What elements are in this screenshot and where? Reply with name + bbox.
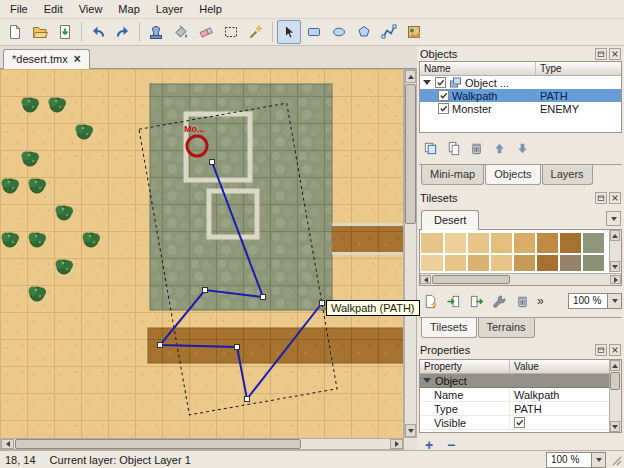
scroll-right-arrow[interactable] <box>610 275 621 284</box>
properties-dock-titlebar: Properties <box>419 342 622 357</box>
scroll-thumb[interactable] <box>610 372 620 390</box>
object-visible-checkbox[interactable] <box>438 103 449 114</box>
open-map-icon <box>32 24 48 40</box>
zoom-dropdown-button[interactable] <box>608 293 622 309</box>
document-tab-label: *desert.tmx <box>12 53 68 65</box>
stamp-brush-button[interactable] <box>144 20 168 44</box>
scroll-thumb[interactable] <box>405 84 416 224</box>
scroll-left-arrow[interactable] <box>420 275 431 284</box>
remove-tileset-button[interactable] <box>512 292 532 310</box>
menu-layer[interactable]: Layer <box>148 1 192 17</box>
scroll-thumb[interactable] <box>15 439 301 449</box>
float-dock-button[interactable] <box>595 48 607 60</box>
menu-file[interactable]: File <box>2 1 36 17</box>
tileset-properties-button[interactable] <box>489 292 509 310</box>
save-map-button[interactable] <box>53 20 77 44</box>
menu-map[interactable]: Map <box>110 1 147 17</box>
import-tileset-button[interactable] <box>443 292 463 310</box>
export-icon <box>469 294 484 309</box>
tab-layers[interactable]: Layers <box>542 165 593 185</box>
map-zoom-value[interactable]: 100 % <box>546 452 592 468</box>
tileset-tab-desert[interactable]: Desert <box>421 210 479 230</box>
open-map-button[interactable] <box>28 20 52 44</box>
new-tileset-button[interactable] <box>420 292 440 310</box>
scroll-right-arrow[interactable] <box>390 439 403 449</box>
object-layer-row[interactable]: Object ... <box>420 76 621 89</box>
tab-terrains[interactable]: Terrains <box>478 318 535 338</box>
tileset-view[interactable] <box>419 230 622 286</box>
scroll-down-arrow[interactable] <box>405 424 416 437</box>
tileset-zoom-value[interactable]: 100 % <box>568 293 608 309</box>
close-dock-button[interactable] <box>609 48 621 60</box>
properties-scrollbar[interactable] <box>609 360 621 432</box>
arrow-down-icon <box>515 141 530 156</box>
resize-grip[interactable] <box>609 453 622 466</box>
property-group-object[interactable]: Object <box>420 374 621 388</box>
insert-rectangle-button[interactable] <box>302 20 326 44</box>
expander-icon[interactable] <box>423 378 431 383</box>
scroll-down-arrow[interactable] <box>610 421 620 432</box>
scroll-left-arrow[interactable] <box>1 439 14 449</box>
menu-help[interactable]: Help <box>191 1 230 17</box>
map-horizontal-scrollbar[interactable] <box>0 438 404 450</box>
insert-ellipse-button[interactable] <box>327 20 351 44</box>
insert-tile-object-button[interactable] <box>402 20 426 44</box>
map-zoom-combo[interactable]: 100 % <box>546 452 606 468</box>
close-dock-button[interactable] <box>609 192 621 204</box>
select-objects-button[interactable] <box>277 20 301 44</box>
insert-polyline-button[interactable] <box>377 20 401 44</box>
toolbar-overflow-chevron[interactable]: » <box>535 294 546 308</box>
object-visible-checkbox[interactable] <box>438 90 449 101</box>
magic-wand-button[interactable] <box>244 20 268 44</box>
visible-checkbox[interactable] <box>514 417 525 428</box>
tileset-selector-dropdown[interactable] <box>606 211 621 226</box>
scroll-down-arrow[interactable] <box>610 261 620 272</box>
expander-icon[interactable] <box>423 80 431 85</box>
copy-object-button[interactable] <box>443 139 463 157</box>
walkpath-object-row[interactable]: Walkpath PATH <box>420 89 621 102</box>
menu-edit[interactable]: Edit <box>36 1 71 17</box>
zoom-dropdown-button[interactable] <box>592 452 606 468</box>
scroll-up-arrow[interactable] <box>610 230 620 241</box>
map-svg: Mo... <box>0 69 404 438</box>
map-canvas[interactable]: Mo... <box>0 69 404 438</box>
monster-object-row[interactable]: Monster ENEMY <box>420 102 621 115</box>
property-label: Visible <box>420 416 510 429</box>
tiled-window: File Edit View Map Layer Help *desert.tm… <box>0 0 624 468</box>
document-tab-desert[interactable]: *desert.tmx × <box>3 49 90 69</box>
rectangular-select-button[interactable] <box>219 20 243 44</box>
float-dock-button[interactable] <box>595 192 607 204</box>
property-value[interactable]: PATH <box>510 402 621 415</box>
menu-view[interactable]: View <box>71 1 111 17</box>
rectangular-select-icon <box>223 24 239 40</box>
duplicate-object-button[interactable] <box>420 139 440 157</box>
remove-object-button[interactable] <box>466 139 486 157</box>
copy-icon <box>446 141 461 156</box>
bucket-fill-button[interactable] <box>169 20 193 44</box>
tab-tilesets[interactable]: Tilesets <box>421 318 477 338</box>
tileset-zoom-combo[interactable]: 100 % <box>568 293 622 309</box>
scroll-thumb[interactable] <box>432 275 510 284</box>
tab-mini-map[interactable]: Mini-map <box>421 165 484 185</box>
insert-ellipse-icon <box>331 24 347 40</box>
redo-button[interactable] <box>111 20 135 44</box>
property-value[interactable]: Walkpath <box>510 388 621 401</box>
insert-polygon-button[interactable] <box>352 20 376 44</box>
close-dock-button[interactable] <box>609 344 621 356</box>
export-tileset-button[interactable] <box>466 292 486 310</box>
undo-button[interactable] <box>86 20 110 44</box>
scroll-up-arrow[interactable] <box>405 70 416 83</box>
new-map-icon <box>7 24 23 40</box>
raise-object-button[interactable] <box>489 139 509 157</box>
new-map-button[interactable] <box>3 20 27 44</box>
tileset-horizontal-scrollbar[interactable] <box>420 273 621 285</box>
scroll-up-arrow[interactable] <box>610 360 620 371</box>
map-vertical-scrollbar[interactable] <box>404 69 417 438</box>
tileset-vertical-scrollbar[interactable] <box>609 230 621 272</box>
eraser-button[interactable] <box>194 20 218 44</box>
lower-object-button[interactable] <box>512 139 532 157</box>
close-tab-icon[interactable]: × <box>74 54 81 64</box>
tab-objects[interactable]: Objects <box>485 165 540 185</box>
layer-visible-checkbox[interactable] <box>435 77 446 88</box>
float-dock-button[interactable] <box>595 344 607 356</box>
